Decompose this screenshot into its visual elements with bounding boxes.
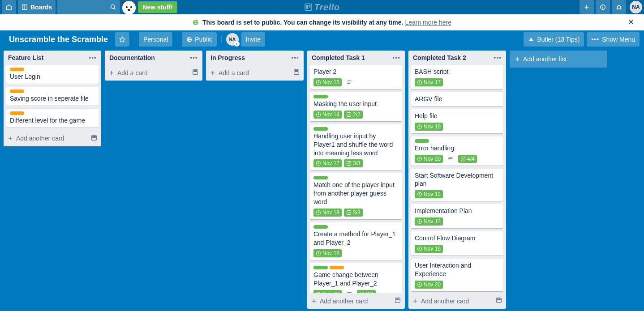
globe-icon bbox=[186, 37, 192, 43]
due-badge: Nov 19 bbox=[415, 123, 443, 131]
card-label-orange[interactable] bbox=[10, 111, 24, 115]
create-button[interactable] bbox=[580, 0, 594, 14]
card-label-orange[interactable] bbox=[10, 68, 24, 71]
list: Completed Task 2•••BASH scriptNov 17ARGV… bbox=[408, 51, 506, 309]
card-label-orange[interactable] bbox=[330, 266, 344, 269]
search-icon bbox=[110, 4, 116, 10]
due-badge: Nov 12 bbox=[415, 217, 443, 226]
new-stuff-button[interactable]: New stuff! bbox=[138, 1, 177, 13]
card-label-green[interactable] bbox=[313, 176, 328, 179]
card[interactable]: Create a method for Player_1 and Player_… bbox=[310, 222, 402, 260]
svg-rect-25 bbox=[93, 136, 96, 137]
card[interactable]: User Interaction and ExperienceNov 20 bbox=[411, 259, 503, 291]
card[interactable]: Masking the user inputNov 142/2 bbox=[310, 92, 402, 121]
list-menu-button[interactable]: ••• bbox=[291, 54, 299, 61]
card-title: Error handling: bbox=[415, 144, 500, 153]
add-list-button[interactable]: Add another list bbox=[510, 51, 607, 68]
card[interactable]: Help fileNov 19 bbox=[411, 109, 503, 133]
board-title[interactable]: Unscramble the Scramble bbox=[4, 35, 112, 44]
public-banner: This board is set to public. You can cha… bbox=[0, 14, 644, 30]
card-label-green[interactable] bbox=[313, 127, 328, 131]
add-card-button[interactable]: Add another card bbox=[412, 298, 469, 305]
bell-icon bbox=[616, 4, 622, 10]
chevron-icon: » bbox=[234, 41, 240, 47]
star-button[interactable] bbox=[115, 32, 129, 47]
card-label-green[interactable] bbox=[415, 139, 429, 143]
taco-mascot[interactable] bbox=[122, 0, 136, 14]
card[interactable]: Implementation PlanNov 12 bbox=[411, 204, 503, 228]
card-template-button[interactable] bbox=[394, 297, 401, 305]
due-badge: Nov 16 bbox=[415, 245, 443, 253]
banner-close[interactable] bbox=[627, 18, 639, 27]
trello-logo[interactable]: Trello bbox=[304, 2, 339, 13]
checklist-badge: 4/4 bbox=[458, 155, 477, 163]
search-input[interactable] bbox=[57, 0, 120, 14]
card[interactable]: Game change between Player_1 and Player_… bbox=[310, 263, 402, 293]
card-title: BASH script bbox=[415, 68, 500, 76]
list-title[interactable]: In Progress bbox=[210, 54, 245, 61]
card-template-button[interactable] bbox=[90, 134, 98, 143]
due-badge: Nov 18 bbox=[313, 290, 342, 293]
list-menu-button[interactable]: ••• bbox=[89, 54, 97, 61]
home-button[interactable] bbox=[2, 0, 16, 14]
star-icon bbox=[119, 36, 125, 43]
notifications-button[interactable] bbox=[612, 0, 626, 14]
card[interactable]: Error handling:Nov 204/4 bbox=[411, 136, 503, 166]
card[interactable]: Match one of the player input from anoth… bbox=[310, 173, 402, 219]
trello-logo-icon bbox=[304, 3, 312, 11]
card[interactable]: Different level for the game bbox=[6, 109, 99, 128]
due-badge: Nov 17 bbox=[313, 159, 342, 167]
svg-rect-55 bbox=[396, 299, 399, 300]
card[interactable]: User Login bbox=[6, 65, 99, 84]
butler-button[interactable]: Butler (13 Tips) bbox=[524, 32, 584, 47]
ellipsis-icon: ••• bbox=[591, 36, 599, 43]
visibility-button[interactable]: Public bbox=[182, 32, 216, 47]
team-button[interactable]: Personal bbox=[139, 32, 172, 47]
user-avatar[interactable]: NA bbox=[630, 1, 642, 13]
boards-icon bbox=[21, 4, 28, 10]
card[interactable]: BASH scriptNov 17 bbox=[411, 65, 503, 89]
invite-button[interactable]: Invite bbox=[241, 32, 265, 47]
card-title: User Login bbox=[10, 72, 95, 81]
due-badge: Nov 20 bbox=[415, 281, 443, 289]
list-menu-button[interactable]: ••• bbox=[392, 54, 400, 61]
add-card-button[interactable]: Add a card bbox=[210, 69, 249, 77]
svg-rect-0 bbox=[22, 5, 27, 10]
list-title[interactable]: Completed Task 2 bbox=[413, 54, 466, 61]
card-title: Match one of the player input from anoth… bbox=[313, 181, 399, 206]
member-avatar[interactable]: NA » bbox=[226, 33, 239, 46]
global-header: Boards New stuff! Trello NA bbox=[0, 0, 644, 14]
checklist-badge: 2/2 bbox=[344, 111, 363, 119]
add-card-button[interactable]: Add another card bbox=[311, 298, 368, 305]
card-label-green[interactable] bbox=[313, 266, 328, 269]
globe-icon bbox=[193, 19, 199, 26]
card-label-green[interactable] bbox=[313, 95, 328, 98]
boards-label: Boards bbox=[30, 4, 52, 11]
add-card-button[interactable]: Add a card bbox=[108, 69, 148, 77]
card[interactable]: Saving score in seperate file bbox=[6, 87, 99, 106]
card-template-button[interactable] bbox=[495, 297, 502, 305]
list-menu-button[interactable]: ••• bbox=[494, 54, 502, 61]
svg-line-3 bbox=[114, 8, 116, 9]
list-title[interactable]: Completed Task 1 bbox=[312, 54, 365, 61]
card-template-button[interactable] bbox=[192, 68, 199, 77]
list-title[interactable]: Documentation bbox=[109, 54, 155, 61]
card-label-orange[interactable] bbox=[10, 89, 24, 93]
boards-button[interactable]: Boards bbox=[18, 0, 56, 14]
due-badge: Nov 13 bbox=[415, 190, 443, 198]
show-menu-button[interactable]: ••• Show Menu bbox=[587, 32, 640, 47]
card-title: User Interaction and Experience bbox=[415, 261, 500, 278]
info-button[interactable] bbox=[596, 0, 610, 14]
card[interactable]: Control Flow DiagramNov 16 bbox=[411, 231, 503, 256]
card-label-green[interactable] bbox=[313, 225, 328, 229]
card[interactable]: Start Software Development planNov 13 bbox=[411, 169, 503, 201]
card-template-button[interactable] bbox=[293, 68, 300, 77]
card[interactable]: Handling user input by Player1 and shuff… bbox=[310, 124, 402, 170]
list-title[interactable]: Feature List bbox=[8, 54, 43, 61]
checklist-badge: 3/3 bbox=[357, 290, 376, 293]
card[interactable]: Player 2Nov 15 bbox=[310, 65, 402, 89]
banner-link[interactable]: Learn more here bbox=[405, 19, 451, 26]
list-menu-button[interactable]: ••• bbox=[190, 54, 198, 61]
add-card-button[interactable]: Add another card bbox=[7, 135, 64, 142]
card[interactable]: ARGV file bbox=[411, 92, 503, 106]
